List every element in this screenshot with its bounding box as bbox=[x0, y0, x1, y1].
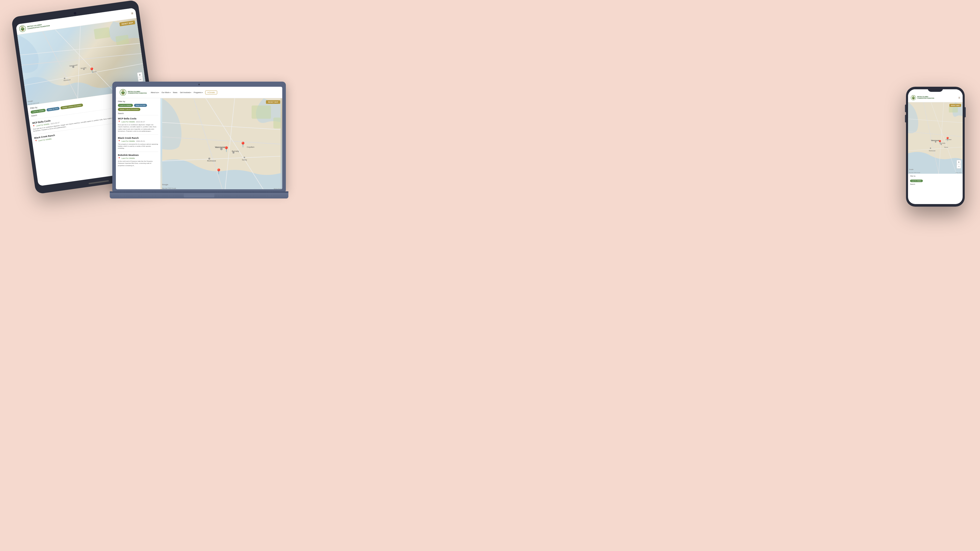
laptop-device: BRITISH COLUMBIA CONSERVATION FOUNDATION… bbox=[110, 82, 288, 204]
svg-text:📍: 📍 bbox=[223, 146, 230, 152]
laptop-logo-icon bbox=[119, 89, 127, 96]
laptop-map-attribution: Map data ©2023 Google bbox=[162, 187, 176, 189]
listing-description: At the north end of Osoyoos Lake lies th… bbox=[118, 160, 158, 167]
laptop-filter-buttons: Land For Wildlife Water for Fish Wildlif… bbox=[118, 104, 158, 111]
laptop-google-logo: Google bbox=[162, 184, 168, 186]
laptop-reset-map-button[interactable]: RESET MAP bbox=[266, 100, 280, 104]
phone-map[interactable]: Vancouver Burnaby Richmond Surrey Coquit… bbox=[908, 102, 963, 174]
listing-pin-icon: 📍 bbox=[118, 140, 121, 142]
laptop-logo-text: BRITISH COLUMBIA CONSERVATION FOUNDATION bbox=[128, 91, 147, 94]
svg-text:📍: 📍 bbox=[945, 137, 950, 141]
svg-text:Coquitlam: Coquitlam bbox=[247, 146, 255, 148]
phone-filter-land-for-wildlife[interactable]: Land For Wildlife bbox=[910, 179, 923, 182]
tablet-camera bbox=[73, 12, 76, 15]
listing-date: 2023-06-07 bbox=[50, 122, 59, 125]
laptop-camera bbox=[198, 84, 200, 85]
nav-donate-button[interactable]: ♥ Donate bbox=[205, 91, 217, 94]
svg-point-26 bbox=[122, 91, 123, 91]
laptop-base bbox=[110, 191, 288, 198]
phone-filter-section: Filter by Land For Wildlife Search: bbox=[908, 174, 963, 186]
svg-point-27 bbox=[123, 91, 124, 91]
svg-point-41 bbox=[244, 157, 245, 158]
listing-tag: Land For Wildlife bbox=[121, 157, 135, 159]
svg-point-54 bbox=[914, 97, 914, 97]
phone-volume-down-button bbox=[905, 115, 906, 122]
svg-rect-12 bbox=[94, 27, 110, 39]
phone-zoom-out-button[interactable]: − bbox=[957, 164, 961, 168]
nav-get-involved[interactable]: Get Involved bbox=[180, 92, 191, 94]
listing-title: WCP Bella Coola bbox=[118, 118, 158, 120]
phone-map-attribution: Map data ©2023 Google bbox=[909, 172, 920, 173]
nav-about[interactable]: About us bbox=[151, 92, 159, 94]
laptop-nav-items: About us Our Work News Get Involved Prog… bbox=[151, 91, 217, 94]
svg-text:Surrey: Surrey bbox=[242, 159, 247, 161]
listing-tag: Land For Wildlife bbox=[121, 140, 135, 142]
filter-water-for-fish[interactable]: Water for Fish bbox=[46, 106, 60, 111]
laptop-lid: BRITISH COLUMBIA CONSERVATION FOUNDATION… bbox=[112, 82, 286, 191]
phone-power-button bbox=[965, 107, 966, 118]
listing-description: Duis quis leo in ex vestibulum dignissim… bbox=[118, 124, 158, 132]
svg-text:📍: 📍 bbox=[937, 140, 942, 144]
laptop-trackpad bbox=[184, 193, 215, 197]
listing-meta: 📍 Land For Wildlife 1996-09-01 bbox=[118, 140, 158, 142]
svg-rect-63 bbox=[949, 106, 958, 113]
nav-programs[interactable]: Programs bbox=[194, 92, 203, 94]
svg-rect-28 bbox=[122, 94, 124, 94]
listing-meta: 📍 Land For Wildlife bbox=[118, 157, 158, 159]
phone-notch bbox=[928, 87, 943, 92]
tablet-zoom-out-button[interactable]: − bbox=[138, 77, 143, 82]
laptop-main-content: Filter by Land For Wildlife Water for Fi… bbox=[116, 98, 282, 189]
phone-google-logo: Google bbox=[909, 168, 913, 170]
svg-text:Burnaby: Burnaby bbox=[232, 150, 239, 152]
svg-point-66 bbox=[930, 148, 931, 149]
svg-rect-55 bbox=[913, 98, 914, 99]
listing-date: 1996-09-01 bbox=[136, 140, 145, 142]
svg-rect-13 bbox=[115, 35, 129, 45]
list-item[interactable]: WCP Bella Coola 📍 Land For Wildlife 2023… bbox=[118, 115, 158, 135]
listing-tag: Land For Wildlife bbox=[121, 121, 135, 123]
phone-reset-map-button[interactable]: RESET MAP bbox=[950, 104, 961, 107]
laptop-filter-land-for-wildlife[interactable]: Land For Wildlife bbox=[118, 104, 133, 107]
svg-text:Richmond: Richmond bbox=[64, 79, 71, 81]
laptop-filter-water-for-fish[interactable]: Water for Fish bbox=[134, 104, 147, 107]
laptop-hinge bbox=[110, 191, 288, 193]
list-item[interactable]: Black Creek Ranch 📍 Land For Wildlife 19… bbox=[118, 135, 158, 151]
laptop-logo: BRITISH COLUMBIA CONSERVATION FOUNDATION bbox=[119, 89, 147, 96]
laptop-filter-wildlife-collision[interactable]: Wildlife Collision Prevention bbox=[118, 108, 140, 111]
svg-rect-37 bbox=[273, 118, 280, 129]
svg-text:Richmond: Richmond bbox=[929, 150, 935, 151]
svg-text:Surrey: Surrey bbox=[944, 146, 948, 148]
listing-pin-icon: 📍 bbox=[118, 157, 121, 159]
list-item[interactable]: Bobolink Meadows 📍 Land For Wildlife At … bbox=[118, 151, 158, 168]
laptop-map-area[interactable]: Vancouver Burnaby Richmond Surrey Coquit… bbox=[161, 98, 282, 189]
tablet-logo-icon bbox=[18, 25, 27, 33]
phone-terms-link[interactable]: Terms of Use bbox=[956, 172, 962, 173]
svg-text:📍: 📍 bbox=[240, 141, 247, 148]
nav-news[interactable]: News bbox=[173, 92, 178, 94]
tablet-home-bar bbox=[89, 180, 109, 184]
phone-hamburger-icon[interactable]: ≡ bbox=[958, 96, 960, 100]
nav-our-work[interactable]: Our Work bbox=[162, 92, 170, 94]
phone-volume-up-button bbox=[905, 105, 906, 112]
svg-point-40 bbox=[208, 158, 210, 160]
listing-title: Bobolink Meadows bbox=[118, 154, 158, 156]
laptop-map-roads: Vancouver Burnaby Richmond Surrey Coquit… bbox=[161, 98, 282, 189]
phone-filter-label: Filter by bbox=[910, 175, 961, 177]
phone-logo-icon bbox=[911, 95, 916, 100]
phone-search-label: Search: bbox=[910, 183, 961, 185]
listing-title: Black Creek Ranch bbox=[118, 137, 158, 139]
listing-pin-icon: 📍 bbox=[118, 121, 121, 123]
hamburger-icon[interactable]: ≡ bbox=[131, 11, 134, 16]
phone-logo-text: BRITISH COLUMBIA CONSERVATION FOUNDATION bbox=[917, 96, 934, 99]
listing-date: 2023-06-07 bbox=[136, 121, 145, 123]
phone-map-roads: Vancouver Burnaby Richmond Surrey Coquit… bbox=[908, 102, 963, 174]
laptop-map-background: Vancouver Burnaby Richmond Surrey Coquit… bbox=[161, 98, 282, 189]
listing-description: This property is renowned for its sockey… bbox=[118, 143, 158, 149]
laptop-terms-link[interactable]: Terms of Use bbox=[274, 188, 281, 189]
laptop-filter-label: Filter by bbox=[118, 100, 158, 103]
svg-text:Richmond: Richmond bbox=[207, 160, 216, 162]
phone-zoom-in-button[interactable]: + bbox=[957, 160, 961, 164]
listing-meta: 📍 Land For Wildlife 2023-06-07 bbox=[118, 121, 158, 123]
svg-text:📍: 📍 bbox=[215, 168, 222, 175]
listing-pin-icon: 📍 bbox=[35, 140, 38, 142]
